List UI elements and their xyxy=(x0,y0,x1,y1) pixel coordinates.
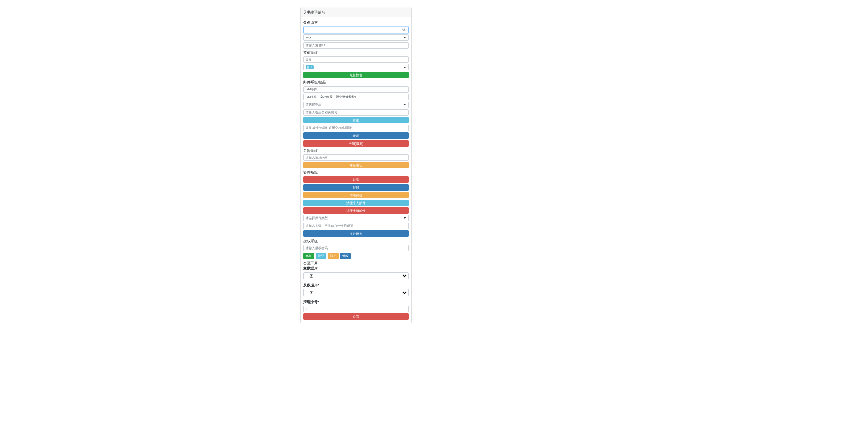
mail-content-input[interactable] xyxy=(303,94,409,100)
announce-content-input[interactable] xyxy=(303,154,409,161)
chevron-down-icon xyxy=(404,217,406,219)
server-select[interactable]: --------- xyxy=(303,27,409,33)
section-role-fill: 角色填充 xyxy=(303,21,409,25)
section-recharge: 充值系统 xyxy=(303,51,409,55)
mail-quantity-input[interactable] xyxy=(303,125,409,131)
clean-alt-input[interactable] xyxy=(303,306,409,312)
mail-send-button[interactable]: 发送 xyxy=(303,132,409,139)
eye-icon[interactable] xyxy=(402,28,406,32)
role-id-input[interactable] xyxy=(303,42,409,49)
mail-title-input[interactable] xyxy=(303,86,409,93)
auth-cancel-button[interactable]: 取消 xyxy=(328,253,339,259)
zone-select[interactable]: 一区 xyxy=(303,34,409,41)
section-auth: 授权系统 xyxy=(303,239,409,244)
clean-alt-label: 清理小号: xyxy=(303,299,409,304)
sub-db-label: 从数据库: xyxy=(303,283,409,288)
mail-search-button[interactable]: 搜索 xyxy=(303,117,409,123)
auth-button-row: 充值 物品 取消 修改 xyxy=(303,253,409,259)
unban-button[interactable]: 解封 xyxy=(303,184,409,191)
mail-item-select-value: 请选择物品 xyxy=(306,102,321,108)
recharge-tier-select[interactable]: 普卡 xyxy=(303,64,409,70)
zone-select-value: 一区 xyxy=(306,35,312,40)
mail-send-all-button[interactable]: 全服(慎用) xyxy=(303,140,409,147)
announce-start-button[interactable]: 开始滚动 xyxy=(303,162,409,168)
recharge-button[interactable]: 充值档位 xyxy=(303,72,409,78)
manage-op-select-value: 请选择操作类型 xyxy=(306,215,328,221)
auth-recharge-button[interactable]: 充值 xyxy=(303,253,314,259)
main-db-select[interactable]: 一区 xyxy=(303,272,409,279)
panel-body: 角色填充 --------- 一区 充值系统 普卡 充值档位 邮件系统/物品 请… xyxy=(301,17,411,323)
ban-button[interactable]: 封号 xyxy=(303,176,409,183)
manage-param-input[interactable] xyxy=(303,223,409,229)
manage-exec-button[interactable]: 执行操作 xyxy=(303,230,409,237)
sub-db-select[interactable]: 一区 xyxy=(303,289,409,296)
merge-button[interactable]: 合区 xyxy=(303,313,409,320)
svg-point-0 xyxy=(404,29,404,30)
auth-code-input[interactable] xyxy=(303,245,409,251)
section-announce: 公告系统 xyxy=(303,149,409,153)
section-manage: 管理系统 xyxy=(303,171,409,175)
mail-item-select[interactable]: 请选择物品 xyxy=(303,102,409,108)
section-mail: 邮件系统/物品 xyxy=(303,80,409,85)
main-db-label: 主数据库: xyxy=(303,266,409,271)
mail-search-input[interactable] xyxy=(303,109,409,116)
clear-bag-button[interactable]: 清理背包 xyxy=(303,192,409,198)
clear-all-mail-button[interactable]: 清理全服邮件 xyxy=(303,207,409,214)
section-merge-tool: 合区工具 xyxy=(303,261,409,266)
clear-personal-mail-button[interactable]: 清理个人邮件 xyxy=(303,200,409,206)
chevron-down-icon xyxy=(404,104,406,105)
recharge-tier-badge: 普卡 xyxy=(306,65,314,69)
server-select-value: --------- xyxy=(306,27,315,33)
recharge-amount-input[interactable] xyxy=(303,56,409,63)
chevron-down-icon xyxy=(404,67,406,68)
chevron-down-icon xyxy=(404,37,406,38)
panel-title: 天书物语后台 xyxy=(301,8,411,17)
admin-panel: 天书物语后台 角色填充 --------- 一区 充值系统 普卡 充值档位 邮件… xyxy=(300,8,412,323)
auth-modify-button[interactable]: 修改 xyxy=(340,253,351,259)
manage-op-select[interactable]: 请选择操作类型 xyxy=(303,215,409,221)
auth-item-button[interactable]: 物品 xyxy=(316,253,326,259)
